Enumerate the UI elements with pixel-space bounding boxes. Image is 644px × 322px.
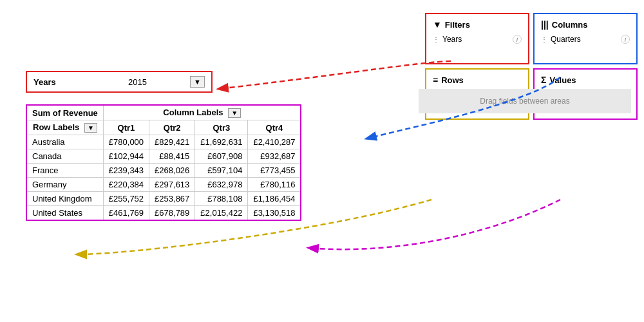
row-labels-filter-btn[interactable]: ▼	[84, 123, 97, 133]
table-row: United States£461,769£678,789£2,015,422£…	[26, 206, 301, 221]
col-header-qtr2: Qtr2	[149, 120, 195, 135]
sum-revenue-header: Sum of Revenue	[26, 105, 103, 120]
data-cell: £2,410,287	[248, 135, 301, 149]
data-cell: £932,687	[248, 149, 301, 164]
data-cell: £678,789	[149, 206, 195, 221]
quarters-info-icon[interactable]: i	[621, 35, 630, 44]
country-cell: Canada	[26, 149, 103, 164]
data-cell: £461,769	[103, 206, 149, 221]
country-cell: United States	[26, 206, 103, 221]
country-cell: Australia	[26, 135, 103, 149]
col-header-qtr1: Qtr1	[103, 120, 149, 135]
columns-panel-header: ||| Columns	[541, 19, 630, 30]
values-icon: Σ	[541, 75, 546, 85]
col-labels-header: Column Labels ▼	[103, 105, 301, 120]
data-cell: £1,692,631	[195, 135, 248, 149]
filter-icon: ▼	[433, 19, 442, 30]
table-row: Australia£780,000£829,421£1,692,631£2,41…	[26, 135, 301, 149]
columns-panel: ||| Columns ⋮ Quarters i	[533, 13, 638, 64]
data-cell: £780,000	[103, 135, 149, 149]
data-cell: £2,015,422	[195, 206, 248, 221]
data-cell: £607,908	[195, 149, 248, 164]
data-cell: £297,613	[149, 178, 195, 192]
data-cell: £773,455	[248, 164, 301, 178]
col-header-qtr3: Qtr3	[195, 120, 248, 135]
filters-title: Filters	[445, 20, 470, 30]
data-cell: £632,978	[195, 178, 248, 192]
filters-item-years[interactable]: ⋮ Years i	[433, 33, 522, 45]
years-filter-value: 2015	[85, 77, 190, 87]
years-dot: ⋮	[433, 36, 439, 43]
drag-fields-text: Drag fields between areas	[480, 97, 569, 106]
filters-panel-header: ▼ Filters	[433, 19, 522, 30]
data-cell: £829,421	[149, 135, 195, 149]
data-cell: £88,415	[149, 149, 195, 164]
filters-panel: ▼ Filters ⋮ Years i	[425, 13, 529, 64]
years-label: Years	[442, 35, 462, 44]
data-cell: £780,116	[248, 178, 301, 192]
columns-icon: |||	[541, 19, 549, 30]
pivot-table: Sum of Revenue Column Labels ▼ Row Label…	[26, 104, 301, 221]
columns-title: Columns	[552, 20, 588, 30]
columns-item-quarters[interactable]: ⋮ Quarters i	[541, 33, 630, 45]
data-cell: £597,104	[195, 164, 248, 178]
years-filter-button[interactable]: ▼	[190, 76, 205, 88]
table-row: France£239,343£268,026£597,104£773,455	[26, 164, 301, 178]
data-cell: £1,186,454	[248, 192, 301, 206]
years-filter-box: Years 2015 ▼	[26, 71, 213, 93]
data-cell: £220,384	[103, 178, 149, 192]
data-cell: £239,343	[103, 164, 149, 178]
data-cell: £3,130,518	[248, 206, 301, 221]
country-cell: United Kingdom	[26, 192, 103, 206]
rows-icon: ≡	[433, 75, 438, 85]
country-cell: France	[26, 164, 103, 178]
col-labels-filter-btn[interactable]: ▼	[228, 108, 241, 118]
table-row: Germany£220,384£297,613£632,978£780,116	[26, 178, 301, 192]
rows-panel-header: ≡ Rows	[433, 75, 522, 85]
data-cell: £255,752	[103, 192, 149, 206]
data-cell: £102,944	[103, 149, 149, 164]
drag-fields-area: Drag fields between areas	[419, 89, 631, 113]
field-panels: ▼ Filters ⋮ Years i ||| Columns ⋮ Quarte…	[425, 13, 638, 120]
years-info-icon[interactable]: i	[513, 35, 522, 44]
data-cell: £788,108	[195, 192, 248, 206]
table-row: Canada£102,944£88,415£607,908£932,687	[26, 149, 301, 164]
values-panel-header: Σ Values	[541, 75, 630, 85]
row-labels-header: Row Labels ▼	[26, 120, 103, 135]
data-cell: £268,026	[149, 164, 195, 178]
values-title: Values	[549, 75, 576, 85]
quarters-dot: ⋮	[541, 36, 547, 43]
quarters-label: Quarters	[551, 35, 581, 44]
col-header-qtr4: Qtr4	[248, 120, 301, 135]
years-filter-label: Years	[33, 77, 85, 87]
table-row: United Kingdom£255,752£253,867£788,108£1…	[26, 192, 301, 206]
rows-title: Rows	[441, 75, 464, 85]
country-cell: Germany	[26, 178, 103, 192]
data-cell: £253,867	[149, 192, 195, 206]
